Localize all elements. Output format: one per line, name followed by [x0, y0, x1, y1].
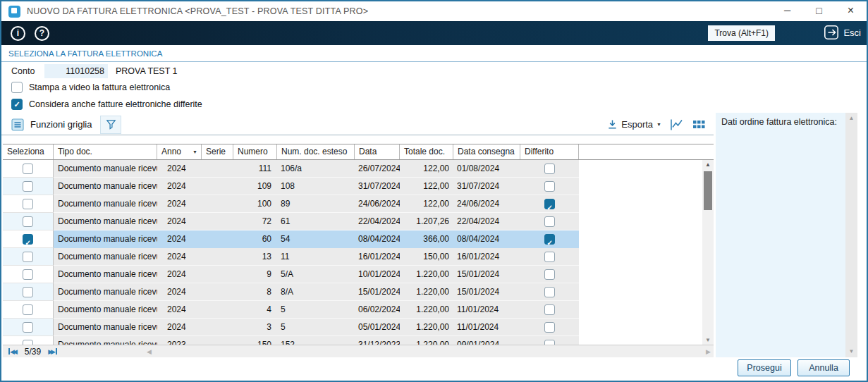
differito-cell	[520, 336, 579, 345]
option-fatture-differite[interactable]: Considera anche fatture elettroniche dif…	[11, 99, 202, 110]
header-anno[interactable]: Anno ▼	[157, 144, 202, 159]
download-icon	[607, 119, 618, 130]
row-select-checkbox[interactable]	[23, 252, 33, 262]
tipo-doc-cell: Documento manuale ricevuto	[54, 301, 157, 319]
row-filler	[579, 178, 702, 195]
header-num-doc-esteso[interactable]: Num. doc. esteso	[277, 144, 355, 159]
table-row[interactable]: Documento manuale ricevuto 2024 111 106/…	[3, 160, 702, 178]
row-select-checkbox[interactable]	[23, 199, 33, 209]
differito-checkbox[interactable]	[544, 252, 555, 262]
scroll-down-icon[interactable]: ▼	[702, 337, 714, 343]
anno-cell: 2024	[157, 195, 202, 213]
hscroll-right-icon[interactable]: ▶	[706, 348, 711, 355]
header-data-consegna[interactable]: Data consegna	[453, 144, 520, 159]
differito-cell	[520, 213, 579, 230]
chart-icon[interactable]	[670, 118, 684, 131]
differito-checkbox[interactable]	[544, 181, 555, 192]
header-anno-label: Anno	[161, 144, 181, 159]
differito-checkbox[interactable]	[544, 234, 555, 245]
anno-cell: 2024	[157, 178, 202, 195]
differito-checkbox[interactable]	[544, 164, 555, 174]
esci-button[interactable]: Esci	[824, 25, 861, 40]
prosegui-button[interactable]: Prosegui	[738, 359, 791, 376]
row-select-checkbox[interactable]	[23, 287, 33, 297]
close-icon[interactable]: ×	[835, 1, 867, 21]
stampa-video-checkbox[interactable]	[11, 82, 23, 93]
serie-cell	[202, 178, 233, 195]
exit-icon	[824, 25, 839, 40]
last-page-button[interactable]: ▶▶	[48, 348, 57, 355]
help-icon[interactable]: ?	[35, 26, 49, 41]
table-row[interactable]: Documento manuale ricevuto 2024 8 8/A 15…	[3, 283, 702, 301]
header-seleziona[interactable]: Seleziona	[3, 144, 54, 159]
differito-cell	[520, 178, 579, 195]
scrollbar-thumb[interactable]	[704, 171, 712, 210]
row-select-checkbox[interactable]	[23, 216, 33, 227]
side-panel-scrollbar[interactable]: ▲ ▼	[845, 113, 857, 357]
first-page-button[interactable]: ◀◀	[8, 348, 18, 355]
row-select-checkbox[interactable]	[23, 322, 33, 333]
data-consegna-cell: 24/06/2024	[453, 195, 520, 213]
data-consegna-cell: 16/01/2024	[453, 248, 520, 266]
scroll-up-icon[interactable]: ▲	[849, 115, 855, 122]
header-numero[interactable]: Numero	[233, 144, 277, 159]
num-doc-esteso-cell: 8/A	[277, 283, 355, 301]
table-row[interactable]: Documento manuale ricevuto 2024 4 5 06/0…	[3, 301, 702, 319]
trova-button[interactable]: Trova (Alt+F1)	[708, 25, 775, 41]
conto-field[interactable]: 11010258	[44, 64, 108, 78]
table-vertical-scrollbar[interactable]: ▲ ▼	[702, 160, 714, 345]
totale-doc-cell: 1.220,00	[400, 266, 453, 283]
table-row[interactable]: Documento manuale ricevuto 2023 150 152 …	[3, 336, 702, 345]
row-select-checkbox[interactable]	[23, 269, 33, 280]
totale-doc-cell: 1.220,00	[400, 301, 453, 319]
header-totale-doc[interactable]: Totale doc.	[400, 144, 453, 159]
differito-checkbox[interactable]	[544, 340, 555, 345]
hscroll-left-icon[interactable]: ◀	[147, 348, 152, 355]
annulla-button[interactable]: Annulla	[797, 359, 850, 376]
row-select-checkbox[interactable]	[23, 340, 33, 345]
differito-checkbox[interactable]	[544, 322, 555, 333]
table-row[interactable]: Documento manuale ricevuto 2024 60 54 08…	[3, 230, 702, 248]
fatture-differite-label: Considera anche fatture elettroniche dif…	[29, 99, 202, 109]
header-data[interactable]: Data	[355, 144, 400, 159]
info-icon[interactable]: i	[11, 26, 25, 41]
data-cell: 26/07/2024	[355, 160, 400, 178]
esporta-button[interactable]: Esporta ▼	[607, 119, 661, 130]
differito-checkbox[interactable]	[544, 304, 555, 315]
scroll-up-icon[interactable]: ▲	[702, 161, 714, 168]
grid-view-icon[interactable]	[692, 118, 705, 131]
scroll-down-icon[interactable]: ▼	[849, 348, 855, 355]
row-select-checkbox[interactable]	[23, 304, 33, 315]
row-select-checkbox[interactable]	[23, 181, 33, 192]
header-tipo-doc[interactable]: Tipo doc.	[54, 144, 157, 159]
row-select-checkbox[interactable]	[23, 234, 33, 245]
data-cell: 10/01/2024	[355, 266, 400, 283]
table-row[interactable]: Documento manuale ricevuto 2024 109 108 …	[3, 178, 702, 195]
header-serie[interactable]: Serie	[202, 144, 233, 159]
option-stampa-video[interactable]: Stampa a video la fattura elettronica	[11, 82, 170, 93]
header-differito[interactable]: Differito	[520, 144, 579, 159]
anno-sort-icon[interactable]: ▼	[192, 144, 197, 159]
differito-checkbox[interactable]	[544, 216, 555, 227]
table-row[interactable]: Documento manuale ricevuto 2024 9 5/A 10…	[3, 266, 702, 283]
esporta-caret-icon: ▼	[656, 122, 661, 127]
fatture-differite-checkbox[interactable]	[11, 99, 23, 110]
side-panel: Dati ordine fattura elettronica: ▲ ▼	[716, 113, 857, 357]
table-row[interactable]: Documento manuale ricevuto 2024 13 11 16…	[3, 248, 702, 266]
filter-button[interactable]	[100, 116, 121, 134]
totale-doc-cell: 1.207,26	[400, 213, 453, 230]
table-row[interactable]: Documento manuale ricevuto 2024 100 89 2…	[3, 195, 702, 213]
minimize-icon[interactable]: ─	[771, 1, 803, 21]
maximize-icon[interactable]: □	[803, 1, 835, 21]
title-bar: NUOVO DA FATTURA ELETTRONICA <PROVA_TEST…	[1, 1, 867, 21]
table-row[interactable]: Documento manuale ricevuto 2024 72 61 22…	[3, 213, 702, 230]
table-row[interactable]: Documento manuale ricevuto 2024 3 5 05/0…	[3, 319, 702, 336]
differito-checkbox[interactable]	[544, 199, 555, 209]
row-select-checkbox[interactable]	[23, 164, 33, 174]
serie-cell	[202, 213, 233, 230]
data-cell: 31/07/2024	[355, 178, 400, 195]
row-filler	[579, 248, 702, 266]
differito-checkbox[interactable]	[544, 287, 555, 297]
differito-checkbox[interactable]	[544, 269, 555, 280]
serie-cell	[202, 160, 233, 178]
